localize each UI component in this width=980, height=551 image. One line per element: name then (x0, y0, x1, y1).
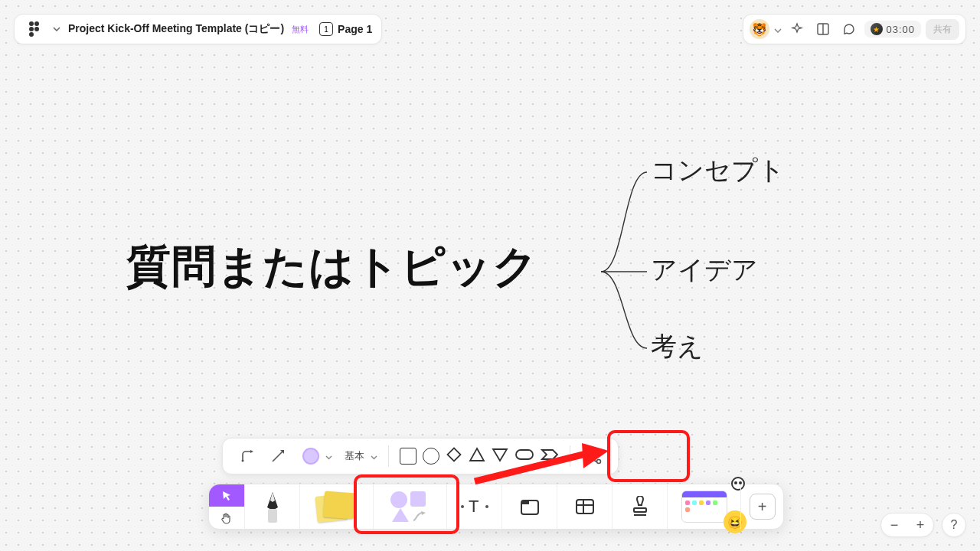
zoom-out-button[interactable]: − (881, 517, 907, 533)
timer-icon: ★ (871, 23, 883, 35)
file-header: Project Kick-Off Meeting Template (コピー) … (14, 14, 382, 44)
svg-point-7 (242, 460, 244, 462)
help-button[interactable]: ? (942, 513, 966, 537)
zoom-controls: − + ? (880, 513, 966, 537)
chevron-down-icon[interactable] (53, 27, 60, 31)
straight-connector-icon[interactable] (266, 444, 290, 468)
comment-icon[interactable] (838, 18, 860, 40)
file-title[interactable]: Project Kick-Off Meeting Template (コピー) (68, 22, 284, 36)
stroke-style-label[interactable]: 基本 (345, 449, 364, 463)
svg-rect-14 (268, 509, 277, 523)
free-badge: 無料 (292, 24, 309, 35)
layout-grid-icon[interactable] (812, 18, 834, 40)
shapes-tool[interactable] (373, 484, 446, 529)
elbow-connector-icon[interactable] (235, 444, 260, 468)
chevron-down-icon[interactable] (774, 22, 782, 36)
select-tool[interactable] (209, 484, 244, 507)
mindmap-branch[interactable]: 考え (651, 329, 704, 364)
timer-chip[interactable]: ★ 03:00 (864, 21, 921, 37)
svg-point-3 (34, 27, 39, 31)
svg-point-17 (485, 505, 488, 508)
user-avatar[interactable]: 🐯 (750, 19, 769, 39)
hand-tool[interactable] (209, 507, 244, 529)
mindmap-branch[interactable]: アイデア (651, 253, 758, 288)
square-shape-button[interactable] (400, 448, 416, 465)
svg-rect-4 (29, 32, 34, 37)
collab-header: 🐯 ★ 03:00 共有 (743, 14, 966, 44)
more-tools-button[interactable]: + (740, 484, 783, 529)
annotation-arrow (467, 439, 612, 493)
svg-rect-0 (29, 21, 34, 26)
svg-line-25 (475, 453, 590, 481)
widgets-tool[interactable]: 😆 (667, 484, 740, 529)
stamp-tool[interactable] (612, 484, 667, 529)
svg-rect-19 (521, 500, 529, 504)
ai-sparkle-icon[interactable] (786, 18, 808, 40)
svg-rect-23 (634, 508, 646, 512)
shape-color-swatch[interactable] (302, 448, 319, 465)
figma-menu-icon[interactable] (24, 18, 45, 40)
share-button[interactable]: 共有 (926, 19, 959, 40)
pen-tool[interactable] (244, 484, 299, 529)
timer-value: 03:00 (886, 24, 915, 35)
svg-rect-9 (448, 448, 461, 461)
chevron-down-icon[interactable] (371, 449, 377, 463)
svg-rect-20 (577, 500, 593, 514)
svg-text:T: T (469, 497, 479, 516)
svg-line-8 (273, 451, 283, 461)
mindmap-branch[interactable]: コンセプト (651, 153, 785, 188)
circle-shape-button[interactable] (423, 448, 439, 465)
page-label: Page 1 (338, 23, 372, 35)
page-icon: 1 (319, 22, 333, 36)
zoom-in-button[interactable]: + (907, 517, 933, 533)
chevron-down-icon[interactable] (325, 449, 332, 463)
connector-sub-icon (412, 511, 427, 522)
svg-rect-2 (29, 27, 34, 31)
svg-point-15 (461, 505, 464, 508)
mindmap-topic[interactable]: 質問またはトピック (126, 237, 538, 297)
page-selector[interactable]: 1 Page 1 (319, 22, 372, 36)
svg-rect-1 (34, 21, 39, 26)
sticky-note-tool[interactable] (299, 484, 373, 529)
mindmap-root[interactable]: 質問またはトピック (126, 237, 538, 297)
diamond-shape-button[interactable] (446, 446, 462, 466)
